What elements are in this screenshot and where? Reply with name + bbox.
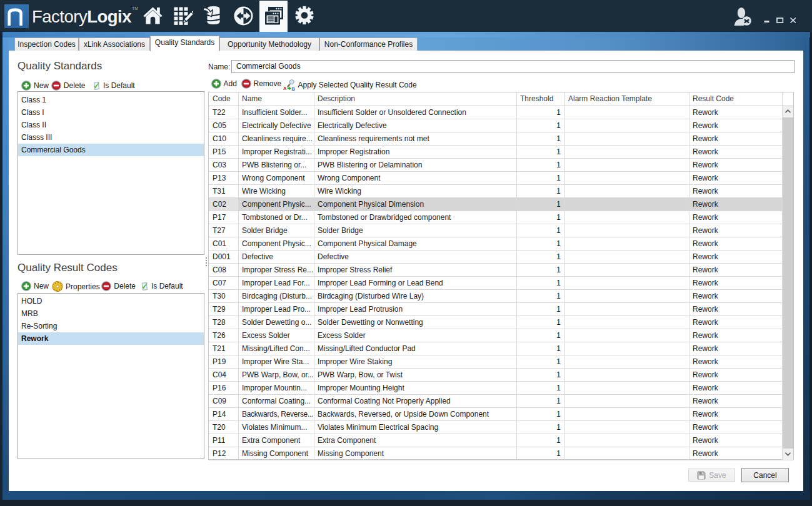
svg-text:B: B [291, 86, 295, 91]
svg-text:A: A [283, 86, 287, 91]
